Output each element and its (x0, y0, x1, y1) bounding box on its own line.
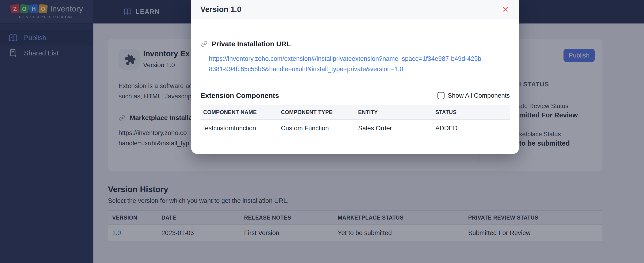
cell-entity: Sales Order (355, 125, 432, 132)
extension-components-heading: Extension Components (200, 92, 279, 100)
show-all-components-label: Show All Components (448, 92, 510, 99)
private-url-heading-text: Private Installation URL (212, 40, 291, 48)
private-url-line2: 8381-994fc65c58b6&handle=uxuht&install_t… (209, 64, 510, 74)
link-icon (200, 40, 208, 48)
close-icon[interactable]: ✕ (502, 6, 509, 13)
version-details-modal: Version 1.0 ✕ Private Installation URL h… (191, 0, 519, 154)
components-header: COMPONENT NAME COMPONENT TYPE ENTITY STA… (200, 105, 510, 120)
show-all-components-toggle[interactable]: Show All Components (438, 92, 510, 99)
column-header-entity: ENTITY (355, 109, 432, 116)
private-url-heading: Private Installation URL (200, 40, 510, 48)
cell-component-type: Custom Function (278, 125, 355, 132)
app-window: LEARN Z O H O Inventory DEVELOPER PORTAL (0, 0, 644, 263)
components-table: COMPONENT NAME COMPONENT TYPE ENTITY STA… (200, 105, 510, 137)
modal-header: Version 1.0 ✕ (191, 0, 519, 19)
show-all-components-checkbox[interactable] (438, 92, 444, 99)
cell-component-name: testcustomfunction (200, 125, 278, 132)
components-header-row: Extension Components Show All Components (200, 92, 510, 100)
table-row: testcustomfunction Custom Function Sales… (200, 120, 510, 137)
private-installation-url-link[interactable]: https://inventory.zoho.com/extension#/in… (209, 54, 510, 74)
cell-status: ADDED (432, 125, 510, 132)
modal-title: Version 1.0 (200, 5, 241, 14)
column-header-component-name: COMPONENT NAME (200, 109, 278, 116)
modal-body: Private Installation URL https://invento… (191, 40, 519, 137)
column-header-status: STATUS (432, 109, 510, 116)
column-header-component-type: COMPONENT TYPE (278, 109, 355, 116)
private-url-line1: https://inventory.zoho.com/extension#/in… (209, 54, 510, 64)
